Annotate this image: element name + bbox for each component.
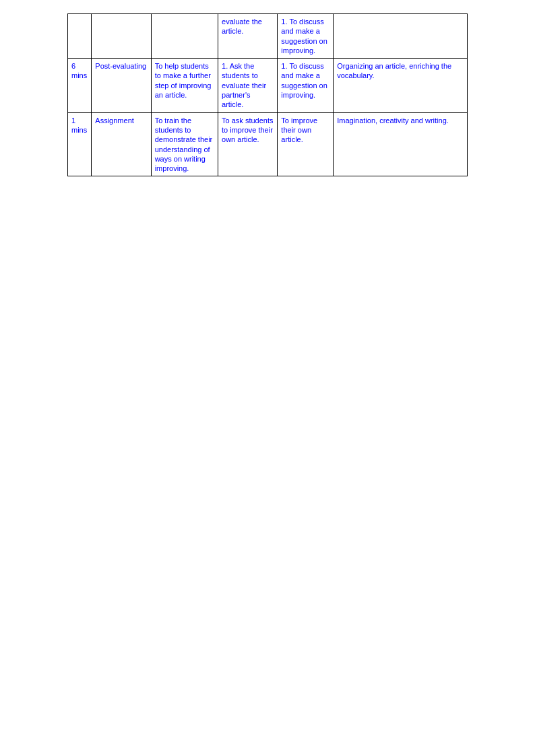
- cell-student-top: 1. To discuss and make a suggestion on i…: [278, 14, 334, 59]
- table-container: evaluate the article. 1. To discuss and …: [67, 13, 468, 176]
- student-activity-assignment: To improve their own article.: [281, 116, 317, 144]
- cell-student-post: 1. To discuss and make a suggestion on i…: [278, 59, 334, 112]
- cell-lang-post: Organizing an article, enriching the voc…: [334, 59, 468, 112]
- cell-time-assignment: 1 mins: [68, 112, 92, 176]
- cell-aim-top: [151, 14, 218, 59]
- cell-teacher-top: evaluate the article.: [218, 14, 278, 59]
- cell-teacher-assignment: To ask students to improve their own art…: [218, 112, 278, 176]
- cell-lang-top: [334, 14, 468, 59]
- teacher-activity-post: 1. Ask the students to evaluate their pa…: [222, 62, 266, 108]
- student-activity-continuation: 1. To discuss and make a suggestion on i…: [281, 18, 327, 55]
- time-post: 6 mins: [71, 62, 87, 79]
- table-row-assignment: 1 mins Assignment To train the students …: [68, 112, 468, 176]
- language-focus-post: Organizing an article, enriching the voc…: [337, 62, 451, 79]
- table-row-continuation: evaluate the article. 1. To discuss and …: [68, 14, 468, 59]
- table-row-post-evaluating: 6 mins Post-evaluating To help students …: [68, 59, 468, 112]
- cell-time-top: [68, 14, 92, 59]
- cell-aim-assignment: To train the students to demonstrate the…: [151, 112, 218, 176]
- cell-aim-post: To help students to make a further step …: [151, 59, 218, 112]
- stage-assignment: Assignment: [95, 116, 133, 125]
- cell-time-post: 6 mins: [68, 59, 92, 112]
- aim-post: To help students to make a further step …: [155, 62, 212, 99]
- lesson-plan-table: evaluate the article. 1. To discuss and …: [67, 13, 468, 176]
- time-assignment: 1 mins: [71, 116, 87, 134]
- cell-student-assignment: To improve their own article.: [278, 112, 334, 176]
- teacher-activity-continuation: evaluate the article.: [222, 18, 262, 35]
- stage-post: Post-evaluating: [95, 62, 146, 70]
- student-activity-post: 1. To discuss and make a suggestion on i…: [281, 62, 327, 99]
- language-focus-assignment: Imagination, creativity and writing.: [337, 116, 449, 125]
- page: evaluate the article. 1. To discuss and …: [0, 0, 535, 756]
- cell-teacher-post: 1. Ask the students to evaluate their pa…: [218, 59, 278, 112]
- cell-stage-top: [92, 14, 151, 59]
- cell-lang-assignment: Imagination, creativity and writing.: [334, 112, 468, 176]
- aim-assignment: To train the students to demonstrate the…: [155, 116, 213, 172]
- cell-stage-post: Post-evaluating: [92, 59, 151, 112]
- teacher-activity-assignment: To ask students to improve their own art…: [222, 116, 273, 144]
- cell-stage-assignment: Assignment: [92, 112, 151, 176]
